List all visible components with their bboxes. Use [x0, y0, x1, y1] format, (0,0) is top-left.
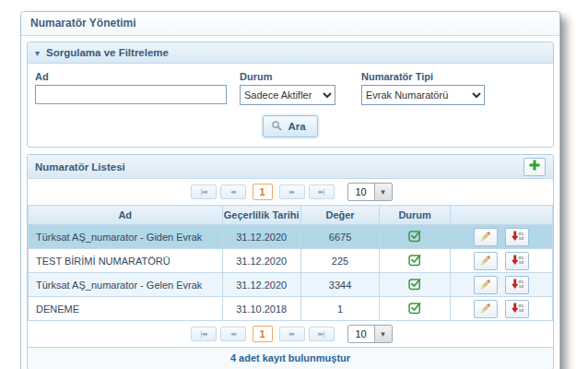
paginator-last-button[interactable]: ▸▸| [309, 327, 335, 341]
durum-select[interactable]: Sadece Aktifler [240, 85, 335, 105]
cell-tarih: 31.12.2020 [222, 273, 300, 297]
cell-ad: Türksat AŞ_numarator - Giden Evrak [29, 225, 223, 249]
cell-tarih: 31.10.2018 [222, 297, 300, 321]
column-header-ad: Ad [29, 206, 223, 225]
take-number-button[interactable]: 01 10 [505, 228, 529, 246]
cell-durum [380, 225, 451, 249]
chevron-down-icon[interactable]: ▾ [374, 184, 392, 200]
paginator-last-button[interactable]: ▸▸| [309, 184, 335, 199]
page-size-value: 10 [348, 326, 374, 342]
filter-body: Ad Durum Sadece Aktifler Numaratör Tipi … [28, 64, 553, 147]
table-body: Türksat AŞ_numarator - Giden Evrak 31.12… [29, 225, 553, 321]
list-panel-title: Numaratör Listesi [35, 161, 125, 173]
record-count-status: 4 adet kayıt bulunmuştur [28, 347, 553, 369]
search-button-label: Ara [288, 121, 305, 132]
cell-deger: 3344 [300, 273, 379, 297]
filter-panel: ▾ Sorgulama ve Filtreleme Ad Durum Sadec… [27, 42, 554, 148]
cell-deger: 1 [300, 297, 379, 321]
number-download-icon: 01 10 [510, 278, 523, 292]
paginator-next-button[interactable]: ▸▸ [279, 184, 305, 199]
cell-actions: 01 10 [451, 249, 553, 273]
cell-actions: 01 10 [451, 297, 553, 321]
svg-text:10: 10 [519, 284, 523, 289]
cell-tarih: 31.12.2020 [222, 249, 300, 273]
svg-text:10: 10 [519, 308, 523, 313]
magnifier-icon [271, 120, 283, 134]
collapse-icon[interactable]: ▾ [35, 48, 40, 58]
cell-ad: TEST BİRİMİ NUMARATÖRÜ [29, 249, 223, 273]
cell-deger: 225 [300, 249, 379, 273]
cell-ad: DENEME [29, 297, 223, 321]
numarator-table: Ad Geçerlilik Tarihi Değer Durum Türksat… [28, 205, 553, 321]
numarator-yonetimi-dialog: Numaratör Yönetimi ▾ Sorgulama ve Filtre… [20, 11, 560, 369]
cell-durum [380, 273, 451, 297]
cell-actions: 01 10 [451, 273, 553, 297]
plus-icon [528, 159, 541, 174]
ad-input[interactable] [35, 85, 227, 104]
paginator-current-page[interactable]: 1 [253, 326, 273, 342]
list-panel-header: Numaratör Listesi [28, 155, 553, 179]
status-active-icon [408, 229, 422, 243]
svg-text:01: 01 [519, 279, 523, 283]
column-header-actions [451, 206, 553, 225]
filter-panel-header[interactable]: ▾ Sorgulama ve Filtreleme [28, 42, 553, 64]
page-title: Numaratör Yönetimi [21, 12, 559, 36]
paginator-next-button[interactable]: ▸▸ [279, 327, 305, 341]
page-size-dropdown[interactable]: 10 ▾ [347, 325, 393, 343]
paginator-current-page[interactable]: 1 [253, 184, 273, 200]
numarator-tipi-select[interactable]: Evrak Numaratörü [361, 85, 485, 105]
paginator-first-button[interactable]: |◂◂ [191, 327, 217, 341]
durum-label: Durum [240, 71, 335, 82]
paginator-first-button[interactable]: |◂◂ [191, 184, 217, 199]
filter-panel-title: Sorgulama ve Filtreleme [46, 47, 169, 58]
paginator-top: |◂◂ ◂◂ 1 ▸▸ ▸▸| 10 ▾ [28, 179, 553, 205]
list-panel: Numaratör Listesi |◂◂ ◂◂ 1 ▸▸ ▸▸| [27, 154, 554, 369]
cell-durum [380, 297, 451, 321]
pencil-icon [479, 230, 492, 244]
page-size-value: 10 [348, 184, 374, 200]
add-button[interactable] [523, 158, 546, 176]
table-row[interactable]: Türksat AŞ_numarator - Giden Evrak 31.12… [29, 225, 553, 249]
column-header-durum: Durum [380, 206, 451, 225]
ad-label: Ad [35, 71, 227, 82]
pencil-icon [479, 254, 492, 268]
numarator-tipi-label: Numaratör Tipi [361, 71, 485, 82]
cell-deger: 6675 [300, 225, 379, 249]
svg-text:01: 01 [519, 303, 523, 307]
paginator-prev-button[interactable]: ◂◂ [220, 184, 246, 199]
cell-ad: Türksat AŞ_numarator - Gelen Evrak [29, 273, 223, 297]
ad-field: Ad [35, 71, 227, 104]
svg-text:01: 01 [519, 231, 523, 235]
status-active-icon [408, 301, 422, 315]
edit-button[interactable] [474, 276, 498, 294]
column-header-tarih: Geçerlilik Tarihi [222, 206, 300, 225]
svg-text:10: 10 [519, 260, 523, 265]
chevron-down-icon[interactable]: ▾ [374, 326, 392, 342]
table-row[interactable]: TEST BİRİMİ NUMARATÖRÜ 31.12.2020 225 [29, 249, 553, 273]
cell-actions: 01 10 [451, 225, 553, 249]
search-button[interactable]: Ara [263, 115, 317, 137]
take-number-button[interactable]: 01 10 [505, 300, 529, 318]
svg-text:10: 10 [519, 236, 523, 241]
edit-button[interactable] [474, 252, 498, 270]
number-download-icon: 01 10 [510, 302, 523, 316]
number-download-icon: 01 10 [510, 230, 523, 244]
table-row[interactable]: DENEME 31.10.2018 1 [29, 297, 553, 321]
dialog-body: ▾ Sorgulama ve Filtreleme Ad Durum Sadec… [21, 36, 559, 369]
paginator-prev-button[interactable]: ◂◂ [220, 327, 246, 341]
pencil-icon [479, 278, 492, 292]
cell-durum [380, 249, 451, 273]
svg-text:01: 01 [519, 255, 523, 259]
table-row[interactable]: Türksat AŞ_numarator - Gelen Evrak 31.12… [29, 273, 553, 297]
edit-button[interactable] [474, 228, 498, 246]
status-active-icon [408, 253, 422, 267]
edit-button[interactable] [474, 300, 498, 318]
column-header-deger: Değer [300, 206, 379, 225]
numarator-tipi-field: Numaratör Tipi Evrak Numaratörü [361, 71, 485, 105]
take-number-button[interactable]: 01 10 [505, 252, 529, 270]
pencil-icon [479, 302, 492, 316]
take-number-button[interactable]: 01 10 [505, 276, 529, 294]
status-active-icon [408, 277, 422, 291]
cell-tarih: 31.12.2020 [222, 225, 300, 249]
page-size-dropdown[interactable]: 10 ▾ [347, 183, 393, 201]
